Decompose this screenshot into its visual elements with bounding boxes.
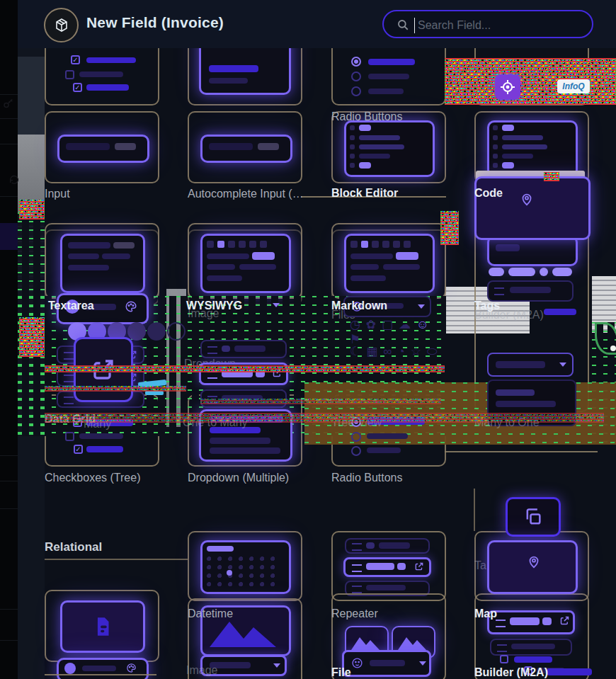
history-icon[interactable]: [8, 174, 20, 188]
glitch-noise-chip: [440, 211, 459, 245]
preview-bar: [496, 244, 520, 251]
preview-bar: [502, 135, 543, 140]
preview-bar: [359, 125, 371, 131]
preview-bar: [207, 253, 249, 259]
glitch-noise-strip: [45, 365, 445, 372]
drag-handle: [496, 620, 506, 627]
preview-bar: [542, 617, 552, 625]
preview-bar: [366, 563, 394, 570]
divider-fragment: [474, 489, 475, 531]
tag-pill: [489, 268, 504, 276]
field-label-block-editor: Block Editor: [331, 187, 398, 200]
preview-bar: [209, 143, 253, 150]
preview-dot: [493, 163, 498, 168]
preview-bar: [359, 135, 400, 140]
toolbar-square: [372, 241, 379, 248]
field-label-wysiwyg: WYSIWYG: [186, 299, 242, 312]
preview-dot: [350, 144, 355, 149]
checkbox-empty: [65, 70, 74, 79]
glitch-grey-band: [18, 212, 45, 297]
field-label-autocomplete: Autocomplete Input (…: [188, 188, 304, 200]
module-separator: [0, 94, 18, 95]
preview-bar: [115, 143, 136, 150]
file-icon: [91, 615, 115, 639]
preview-bar: [207, 275, 242, 281]
module-separator: [0, 508, 18, 509]
backdrop-strip-slate: [18, 57, 45, 135]
markdown-preview: [344, 234, 435, 293]
toolbar-square: [217, 241, 224, 248]
drag-handle: [64, 375, 74, 382]
preview-bar: [86, 84, 129, 91]
dialog-title: New Field (Invoice): [86, 14, 224, 31]
glitch-bar: [544, 309, 576, 315]
preview-bar: [68, 253, 99, 259]
glitch-noise-strip: [200, 399, 441, 404]
field-label-textarea: Textarea: [48, 299, 94, 312]
preview-dot: [493, 135, 498, 140]
preview-bar: [359, 162, 371, 169]
preview-dot: [493, 144, 498, 149]
field-label-repeater: Repeater: [331, 607, 378, 620]
preview-bar: [209, 65, 258, 72]
preview-bar: [366, 542, 375, 549]
preview-bar: [397, 563, 406, 570]
location-pin-icon: [519, 191, 535, 207]
crosshair-icon[interactable]: [495, 74, 520, 100]
preview-bar: [496, 389, 535, 396]
preview-bar: [79, 72, 123, 77]
preview-bar: [368, 59, 415, 65]
checkbox-checked: [74, 445, 83, 454]
preview-bar: [350, 264, 379, 270]
radio-empty: [351, 86, 361, 96]
glitch-noise-chip: [544, 172, 559, 181]
location-pin-icon: [526, 554, 542, 569]
preview-bar: [502, 162, 514, 169]
preview-bar: [350, 253, 393, 259]
chevron-down-icon: [273, 303, 280, 311]
preview-bar: [367, 447, 401, 453]
module-active-indicator: [0, 223, 18, 250]
preview-bar: [350, 275, 386, 281]
new-field-dialog: Radio Buttons Input Autocomplete Input (…: [0, 0, 616, 679]
field-label-datetime: Datetime: [188, 607, 233, 620]
checkbox-empty: [65, 432, 74, 441]
mountains-icon: [350, 633, 381, 651]
field-label-map: Map: [474, 607, 497, 620]
external-link-icon: [414, 561, 424, 571]
palette-icon: [126, 663, 137, 673]
toolbar-square: [361, 241, 368, 248]
preview-bar: [252, 252, 275, 260]
preview-bar: [239, 264, 276, 270]
glitch-noise-strip: [45, 386, 186, 392]
checkbox-empty: [500, 655, 508, 663]
preview-bar: [514, 656, 552, 663]
field-label-radio-buttons-top: Radio Buttons: [331, 110, 403, 123]
file-preview: [60, 600, 145, 653]
glitch-grey-band: [166, 289, 186, 427]
preview-dot: [350, 125, 355, 130]
field-label-builder: Builder (M2A): [474, 666, 548, 679]
toolbar-square: [239, 241, 246, 248]
key-icon[interactable]: [2, 98, 15, 113]
chevron-down-icon: [559, 363, 566, 370]
glitch-noise-chip: [19, 200, 45, 219]
preview-bar: [86, 446, 123, 452]
checkbox-checked: [71, 55, 80, 64]
module-separator: [0, 640, 18, 641]
color-swatch: [147, 322, 166, 341]
card-edge-fragment: [45, 674, 156, 675]
glitch-noise-strip: [45, 413, 604, 423]
color-swatch: [127, 322, 146, 341]
palette-icon: [125, 300, 137, 313]
box-icon[interactable]: [44, 8, 79, 42]
drag-handle: [352, 543, 362, 551]
radio-empty: [351, 446, 361, 456]
preview-bar: [510, 287, 551, 293]
preview-dot: [350, 154, 355, 159]
module-separator: [0, 609, 18, 610]
search-box[interactable]: [382, 10, 593, 38]
preview-bar: [66, 143, 110, 150]
toolbar-square: [350, 241, 358, 248]
search-input[interactable]: [416, 16, 582, 35]
